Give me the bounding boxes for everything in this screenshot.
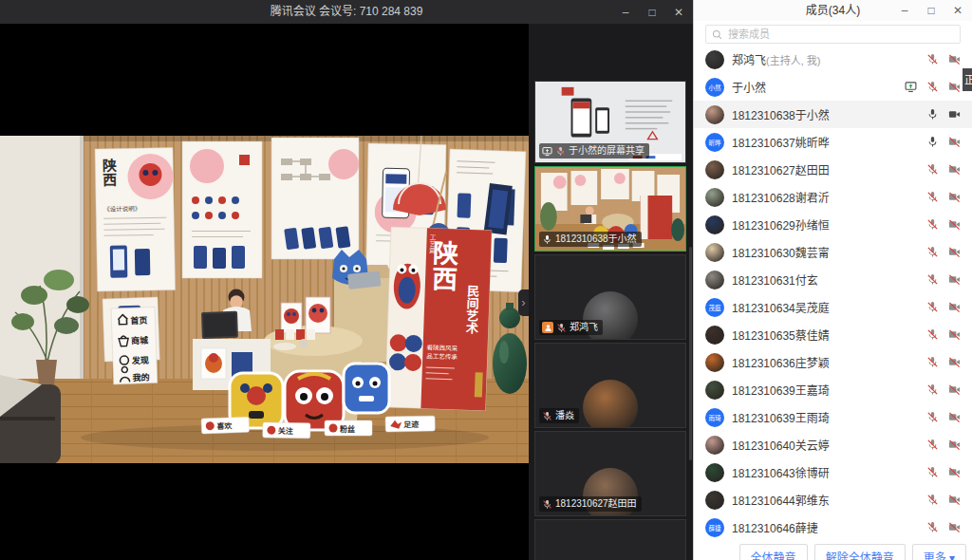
avatar [583,380,638,428]
main-video-feed[interactable]: 陕西 《设计说明》 [0,136,529,463]
member-mic-icon[interactable] [926,163,939,176]
member-row[interactable]: 郑鸿飞(主持人, 我) [694,46,972,73]
member-name: 1812310627赵田田 [732,164,830,177]
thumbnail-participant[interactable]: 潘焱 [534,343,686,428]
minimize-button[interactable]: – [617,6,634,19]
svg-text:关注: 关注 [278,426,293,436]
panel-minimize-button[interactable]: – [896,4,913,17]
member-camera-icon[interactable] [948,494,961,506]
thumbnail-label: 1812310638于小然 [555,233,637,246]
left-wall [0,136,85,383]
more-button[interactable]: 更多 ▾ [912,544,966,560]
member-avatar [705,491,724,510]
panel-maximize-button[interactable]: □ [923,4,940,17]
member-mic-icon[interactable] [926,191,939,203]
member-avatar [705,215,724,234]
member-camera-icon[interactable] [948,163,961,176]
member-camera-icon[interactable] [948,521,961,533]
svg-text:我的: 我的 [132,372,149,383]
member-row[interactable]: 1812310630魏芸甯 [694,238,972,266]
thumbnail-host[interactable]: 郑鸿飞 [534,254,686,340]
member-mic-icon[interactable] [926,494,939,506]
member-camera-icon[interactable] [948,383,961,396]
maximize-button[interactable]: □ [644,6,661,19]
member-name: 1812310638于小然 [732,109,830,122]
members-panel: 成员(34人) – □ ✕ 郑鸿飞(主持人, 我) [693,0,972,560]
svg-text:民间艺术: 民间艺术 [464,285,480,336]
member-mic-icon[interactable] [926,356,939,368]
member-list: 郑鸿飞(主持人, 我) 小然 于小然 [694,46,972,541]
thumbnail-screen-share[interactable]: 于小然的屏幕共享 [534,81,686,163]
thumbnail-active-speaker[interactable]: 1812310638于小然 [534,166,686,252]
member-avatar [705,50,724,69]
member-camera-icon[interactable] [948,81,961,93]
member-camera-icon[interactable] [948,328,961,341]
mute-all-button[interactable]: 全体静音 [739,544,808,560]
member-mic-icon[interactable] [926,108,939,121]
member-mic-icon[interactable] [926,81,939,93]
tooltip-fragment: 正 [963,68,972,91]
member-row[interactable]: 1812310640关云婷 [694,431,972,458]
member-camera-icon[interactable] [948,218,961,231]
member-row[interactable]: 1812310629孙绪恒 [694,211,972,238]
svg-text:发现: 发现 [131,355,149,366]
member-camera-icon[interactable] [948,466,961,478]
close-button[interactable]: ✕ [670,6,687,19]
member-row[interactable]: 1812310643徐博研 [694,458,972,486]
member-row[interactable]: 茂庭 1812310634吴茂庭 [694,293,972,321]
panel-close-button[interactable]: ✕ [949,4,966,17]
exhibition-room-scene: 陕西 《设计说明》 [0,136,529,463]
member-role-suffix: (主持人, 我) [766,55,820,66]
member-name: 1812310646薛捷 [732,522,818,535]
member-camera-icon[interactable] [948,108,961,121]
member-mic-icon[interactable] [926,246,939,258]
member-row[interactable]: 1812310639王嘉琦 [694,376,972,403]
member-row[interactable]: 1812310644郭维东 [694,486,972,513]
member-camera-icon[interactable] [948,356,961,368]
member-camera-icon[interactable] [948,411,961,423]
member-mic-icon[interactable] [926,521,939,533]
member-camera-icon[interactable] [948,191,961,203]
member-row[interactable]: 1812310638于小然 [694,101,972,128]
member-row[interactable]: 薛捷 1812310646薛捷 [694,513,972,541]
meeting-app: 腾讯会议 会议号: 710 284 839 – □ ✕ [0,0,972,560]
thumbnail-participant-partial[interactable] [534,519,686,560]
member-avatar [705,243,724,262]
member-mic-icon[interactable] [926,218,939,231]
member-camera-icon[interactable] [948,439,961,451]
member-mic-icon[interactable] [926,411,939,423]
member-mic-icon[interactable] [926,466,939,478]
member-camera-icon[interactable] [948,136,961,148]
collapse-panel-chevron[interactable]: › [518,289,529,316]
member-row[interactable]: 1812310627赵田田 [694,156,972,183]
unmute-all-button[interactable]: 解除全体静音 [814,544,906,560]
member-mic-icon[interactable] [926,383,939,396]
member-mic-icon[interactable] [926,53,939,65]
search-input[interactable] [726,28,954,41]
member-row[interactable]: 昕晔 1812310637姚昕晔 [694,128,972,156]
member-row[interactable]: 1812310631付玄 [694,266,972,293]
member-avatar: 茂庭 [705,298,724,317]
thumbnail-scrollbar[interactable] [689,247,692,460]
member-row[interactable]: 1812310636庄梦颖 [694,348,972,376]
member-camera-icon[interactable] [948,53,961,65]
member-search-box[interactable] [705,25,961,44]
member-mic-icon[interactable] [926,301,939,313]
member-camera-icon[interactable] [948,301,961,313]
thumbnail-participant[interactable]: 1812310627赵田田 [534,431,686,516]
member-row[interactable]: 1812310635蔡佳婧 [694,321,972,348]
thumbnail-label: 1812310627赵田田 [555,497,637,511]
host-badge-icon [542,322,553,333]
member-row[interactable]: 小然 于小然 [694,73,972,101]
screen-share-icon [542,146,552,157]
member-row[interactable]: 雨琦 1812310639王雨琦 [694,403,972,431]
member-mic-icon[interactable] [926,136,939,148]
svg-text:足迹: 足迹 [403,420,419,429]
member-mic-icon[interactable] [926,439,939,451]
member-mic-icon[interactable] [926,328,939,341]
svg-text:首页: 首页 [130,315,147,327]
member-mic-icon[interactable] [926,273,939,286]
member-camera-icon[interactable] [948,273,961,286]
member-row[interactable]: 1812310628谢君沂 [694,183,972,211]
member-camera-icon[interactable] [948,246,961,258]
